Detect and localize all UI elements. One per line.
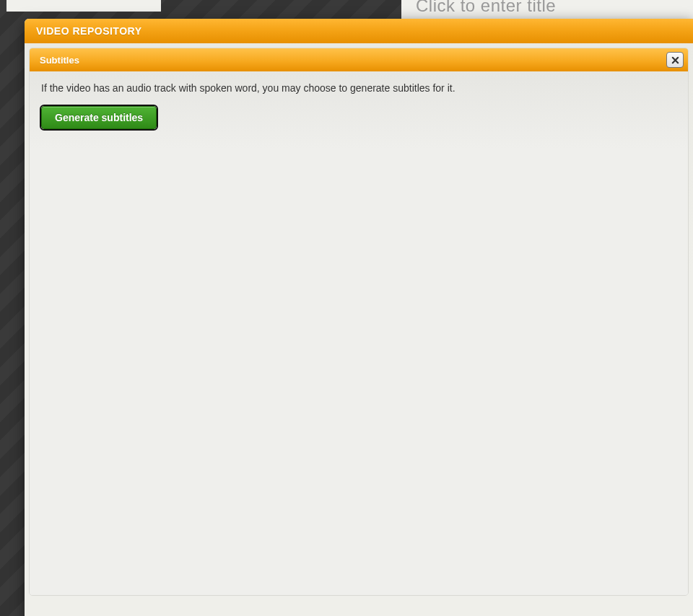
generate-subtitles-button[interactable]: Generate subtitles: [41, 106, 157, 129]
modal-body: Subtitles If the video has an audio trac…: [25, 43, 693, 616]
slide-title-placeholder[interactable]: Click to enter title: [416, 0, 556, 16]
subtitles-panel: Subtitles If the video has an audio trac…: [29, 48, 689, 596]
modal-title: VIDEO REPOSITORY: [25, 19, 693, 43]
panel-header: Subtitles: [30, 48, 688, 71]
video-repository-modal: VIDEO REPOSITORY Subtitles If the video …: [25, 19, 693, 616]
close-icon: [671, 56, 679, 64]
close-button[interactable]: [666, 52, 684, 68]
panel-body: If the video has an audio track with spo…: [30, 71, 688, 595]
bg-card-top-left: [6, 0, 161, 12]
subtitles-info-text: If the video has an audio track with spo…: [41, 82, 676, 96]
panel-title: Subtitles: [40, 55, 79, 66]
